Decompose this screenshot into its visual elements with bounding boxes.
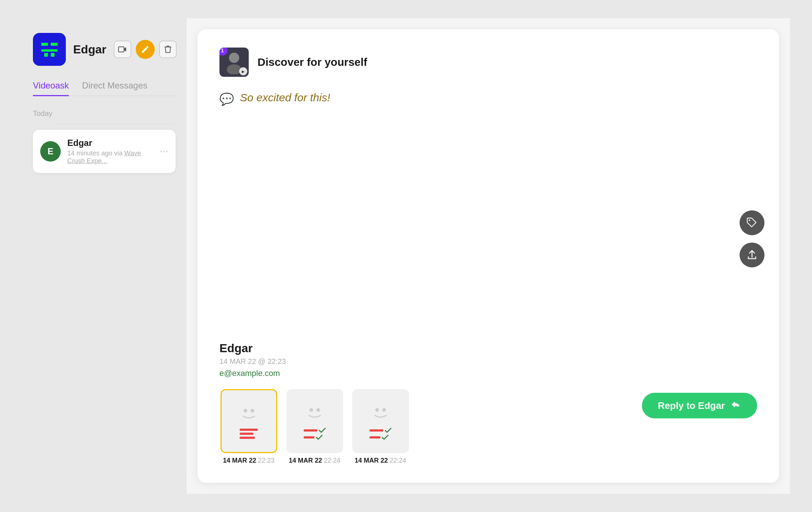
reply-row: 14 MAR 22 22:23	[219, 389, 757, 464]
play-button[interactable]: ▶	[239, 67, 247, 75]
svg-rect-2	[51, 43, 57, 46]
main-content: 1 ▶ Discover for yourself 💬 So excited f…	[187, 18, 790, 494]
svg-point-14	[375, 408, 379, 412]
svg-point-7	[229, 53, 239, 63]
reply-to-edgar-button[interactable]: Reply to Edgar	[642, 393, 757, 418]
message-text: So excited for this!	[240, 91, 330, 104]
thumb-face-icon-2	[305, 403, 325, 424]
svg-point-12	[309, 408, 313, 412]
footer-contact-email: e@example.com	[219, 369, 757, 378]
contact-item[interactable]: E Edgar 14 minutes ago via Wave Crush Ex…	[33, 130, 176, 173]
contact-name: Edgar	[67, 138, 153, 148]
date-time-2: 22:24	[324, 457, 341, 464]
response-card-1[interactable]: 14 MAR 22 22:23	[219, 389, 278, 464]
response-date-2: 14 MAR 22 22:24	[289, 457, 340, 464]
delete-button[interactable]	[159, 41, 177, 58]
tag-button[interactable]	[740, 210, 764, 235]
svg-point-11	[251, 409, 254, 413]
video-title: Discover for yourself	[257, 56, 367, 68]
footer-contact-name: Edgar	[219, 342, 757, 355]
contact-footer: Edgar 14 MAR 22 @ 22:23 e@example.com	[219, 342, 757, 464]
video-thumbnail[interactable]: 1 ▶	[219, 48, 249, 77]
thumb-line	[240, 433, 253, 435]
video-camera-button[interactable]	[114, 41, 131, 58]
response-thumb-3	[352, 389, 409, 453]
tab-videoask[interactable]: Videoask	[33, 80, 69, 96]
contact-more-button[interactable]: ⋯	[159, 146, 168, 157]
contact-avatar: E	[40, 141, 61, 162]
tab-direct-messages[interactable]: Direct Messages	[82, 80, 147, 96]
date-main-1: 14 MAR 22	[223, 457, 256, 464]
thumb-lines-3	[369, 428, 391, 440]
svg-point-10	[244, 409, 247, 413]
app-container: Edgar	[22, 18, 790, 494]
svg-rect-5	[51, 53, 54, 57]
divider	[55, 124, 176, 124]
thumb-line	[304, 436, 315, 438]
sidebar: Edgar	[22, 18, 187, 494]
svg-point-15	[382, 408, 386, 412]
header-actions	[114, 40, 177, 59]
thumb-lines-1	[240, 429, 258, 439]
video-header: 1 ▶ Discover for yourself	[219, 48, 757, 77]
tabs: Videoask Direct Messages	[33, 80, 176, 96]
response-thumbs: 14 MAR 22 22:23	[219, 389, 631, 464]
thumb-line	[369, 429, 383, 432]
app-icon	[33, 33, 66, 66]
svg-rect-4	[44, 53, 48, 57]
message-bubble: 💬 So excited for this!	[219, 91, 757, 106]
date-time-3: 22:24	[390, 457, 406, 464]
response-date-1: 14 MAR 22 22:23	[223, 457, 274, 464]
share-button[interactable]	[740, 242, 764, 267]
thumb-line	[240, 437, 255, 439]
thumb-line	[369, 436, 380, 438]
date-main-3: 14 MAR 22	[354, 457, 388, 464]
message-area: 💬 So excited for this!	[219, 91, 757, 342]
thumb-line	[304, 429, 317, 432]
thumb-line	[240, 429, 258, 431]
edit-button[interactable]	[136, 40, 155, 59]
response-card-3[interactable]: 14 MAR 22 22:24	[351, 389, 410, 464]
reply-button-label: Reply to Edgar	[658, 400, 725, 411]
section-today: Today	[33, 109, 176, 118]
side-actions	[740, 210, 764, 267]
date-main-2: 14 MAR 22	[289, 457, 322, 464]
svg-rect-3	[41, 49, 57, 52]
svg-rect-6	[119, 47, 124, 52]
response-thumb-2	[286, 389, 343, 453]
thumb-lines-2	[304, 428, 326, 440]
thumb-face-icon	[239, 403, 259, 425]
svg-rect-1	[41, 43, 48, 46]
contact-info: Edgar 14 minutes ago via Wave Crush Expe…	[67, 138, 153, 165]
chat-panel: 1 ▶ Discover for yourself 💬 So excited f…	[198, 29, 779, 483]
footer-contact-date: 14 MAR 22 @ 22:23	[219, 357, 757, 366]
date-time-1: 22:23	[258, 457, 275, 464]
speech-icon: 💬	[219, 92, 234, 106]
response-thumb-1	[221, 389, 277, 453]
reply-arrow-icon	[730, 400, 741, 411]
contact-meta: 14 minutes ago via Wave Crush Expe...	[67, 150, 153, 165]
app-title: Edgar	[73, 43, 106, 56]
response-card-2[interactable]: 14 MAR 22 22:24	[285, 389, 344, 464]
svg-point-13	[316, 408, 320, 412]
sidebar-header: Edgar	[33, 33, 176, 66]
thumb-face-icon-3	[371, 403, 391, 424]
svg-point-9	[749, 219, 750, 221]
response-date-3: 14 MAR 22 22:24	[354, 457, 406, 464]
contact-time: 14 minutes ago via	[67, 150, 123, 157]
